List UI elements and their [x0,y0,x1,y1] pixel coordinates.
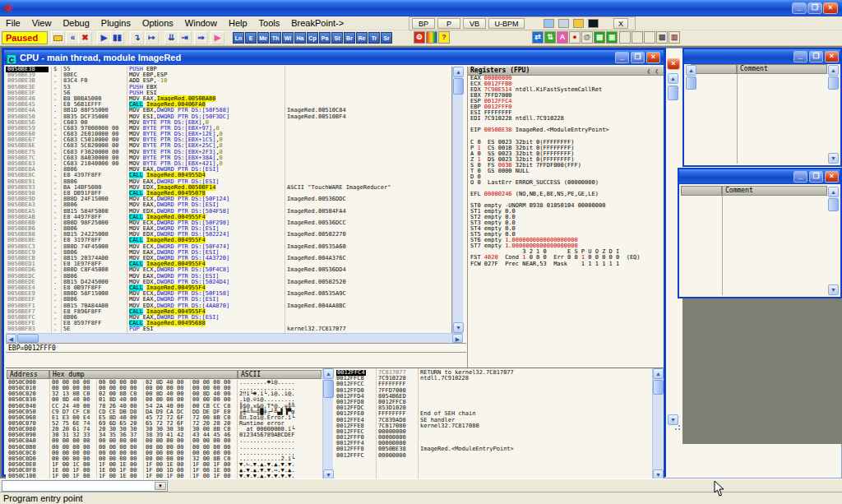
maximize-button[interactable]: ❐ [809,171,823,183]
minimize-button[interactable]: _ [792,2,807,14]
console-icon[interactable] [588,19,599,28]
window-button-e[interactable]: E [245,32,257,44]
window-button-tr[interactable]: Tr [368,32,380,44]
dump-pane[interactable]: 0050C00000 00 00 0000 00 00 0002 8D 40 0… [6,380,322,479]
scrollbar-thumb[interactable] [668,86,678,100]
window-button-re[interactable]: Re [356,32,368,44]
scroll-down-button[interactable]: ▼ [668,414,678,425]
keypad-icon[interactable]: ▦ [594,31,605,44]
dump-header-address[interactable]: Address [7,370,49,379]
scroll-up-button[interactable]: ▲ [686,65,696,76]
scrollbar-thumb[interactable] [686,76,696,90]
disasm-row[interactable]: 0050BEFE.E8 8597F8FFCALL ImageRed.004956… [6,321,451,326]
disassembly-hscrollbar[interactable]: ◀ ▶ [6,333,463,343]
minimize-button[interactable]: _ [615,52,629,63]
pluginbar-close-button[interactable]: X [613,18,628,29]
folder-yellow-icon[interactable] [573,19,584,28]
go-to-address-icon[interactable]: ▶ [210,31,224,44]
column-header-blank[interactable] [681,186,722,196]
execute-return-icon[interactable]: ⇒ [194,31,208,44]
stack-pane[interactable]: 0012FFC47C817077RETURN to kernel32.7C817… [335,370,652,459]
window-button-sr[interactable]: Sr [381,32,392,44]
doc-blue-icon[interactable] [544,19,554,28]
window-button-wi[interactable]: Wi [282,32,294,44]
blank-icon[interactable] [619,31,631,44]
pluginbar-button-bp[interactable]: BP [412,18,435,29]
scroll-up-button[interactable]: ▲ [828,187,839,197]
scroll-right-button[interactable]: ▶ [452,334,463,343]
scroll-up-button[interactable]: ▲ [453,67,464,77]
scroll-down-button[interactable]: ▼ [453,322,464,333]
blank-icon[interactable] [632,31,643,44]
column-header-blank[interactable] [691,64,737,74]
assemble-icon[interactable]: A [557,31,568,44]
updown-icon[interactable]: ⇅ [544,31,556,44]
command-combobox[interactable]: ▼ [2,480,168,492]
menu-plugins[interactable]: Plugins [95,16,136,30]
register-line[interactable]: T 0 GS 0000 NULL [468,169,664,174]
list-view-icon[interactable]: ▤ [656,31,668,44]
scroll-up-button[interactable]: ▲ [323,368,334,379]
window-button-th[interactable]: Th [270,32,281,44]
collapse-marks[interactable]: ❮ ❮ [647,67,659,76]
disassembly-vscrollbar[interactable]: ▲ ▼ [452,67,463,333]
window-button-ln[interactable]: Ln [233,32,244,44]
dump-vscrollbar[interactable]: ▲ ▼ [322,368,333,480]
scrollbar-thumb[interactable] [653,380,664,395]
open-file-icon[interactable] [51,31,65,44]
appearance-icon[interactable] [426,31,437,44]
minimize-button[interactable]: _ [793,51,807,62]
scrollbar-thumb[interactable] [828,198,839,211]
scroll-down-button[interactable]: ▼ [828,284,839,295]
maximize-button[interactable]: ❐ [631,52,645,63]
menu-view[interactable]: View [26,16,58,30]
maximize-button[interactable]: ❐ [809,51,823,62]
pluginbar-button-u-bpm[interactable]: U-BPM [488,18,525,29]
run-icon[interactable]: ▶ [97,31,111,44]
options-gear-icon[interactable]: ⚙ [414,31,425,44]
scrollbar-thumb[interactable] [453,78,464,95]
trace-spiral-icon[interactable]: @ [581,31,593,44]
menu-help[interactable]: Help [223,16,253,30]
detail-view-icon[interactable]: ▥ [669,31,680,44]
close-button[interactable]: × [646,52,660,63]
main-title-bar[interactable]: ✳ _ ❐ × [0,0,842,16]
cpu-window-title[interactable]: CCPU - main thread, module ImageRed _ ❐ … [4,50,664,65]
scrollbar-thumb[interactable] [828,76,839,90]
menu-window[interactable]: Window [179,16,223,30]
pluginbar-button-vb[interactable]: VB [463,18,486,29]
close-button[interactable]: × [825,171,839,183]
scroll-up-button[interactable]: ▲ [828,65,839,76]
window-button-cp[interactable]: Cp [307,32,318,44]
scrollbar-thumb[interactable] [323,380,334,398]
disasm-row[interactable]: 0050BF03.5EPOP ESIkernel32.7C817077 [6,326,451,332]
comment-window-bottom-title[interactable]: _ ❐ × [679,169,840,184]
window-button-me[interactable]: Me [257,32,269,44]
scrollbar-thumb[interactable] [17,334,39,343]
column-header-comment[interactable]: Comment [722,186,827,196]
pause-icon[interactable]: ▮▮ [110,31,124,44]
scroll-up-button[interactable]: ▲ [653,368,664,379]
menu-breakpoint[interactable]: BreakPoint-> [285,16,349,30]
stack-row[interactable]: 0012FFFC00000000 [335,453,652,459]
close-button[interactable]: × [823,2,838,14]
step-over-icon[interactable]: ↦ [145,31,159,44]
menu-options[interactable]: Options [136,16,179,30]
register-line[interactable]: EFL 00000246 (NO,NB,E,BE,NS,PE,GE,LE) [468,192,664,197]
window-button-pa[interactable]: Pa [319,32,331,44]
scroll-down-button[interactable]: ▼ [828,153,839,164]
blank-icon[interactable] [644,31,655,44]
menu-debug[interactable]: Debug [57,16,95,30]
disassembly-pane[interactable]: 0050BE38$55PUSH EBP0050BE39.8BECMOV EBP,… [6,67,452,333]
close-button[interactable]: × [825,51,839,62]
swap-icon[interactable]: ⇄ [532,31,544,44]
window-button-st[interactable]: St [331,32,343,44]
scroll-up-button[interactable]: ▲ [668,73,678,84]
combobox-dropdown-button[interactable]: ▼ [155,482,166,490]
animate-into-icon[interactable]: ⇊ [164,31,178,44]
disasm-row[interactable]: 0050BE3E.53PUSH EBX [6,85,451,90]
register-line[interactable]: EIP 0050BE38 ImageRed.<ModuleEntryPoint> [468,127,664,133]
dump-header-ascii[interactable]: ASCII [238,370,322,379]
menu-tools[interactable]: Tools [253,16,286,30]
doc-icon[interactable] [558,19,569,28]
